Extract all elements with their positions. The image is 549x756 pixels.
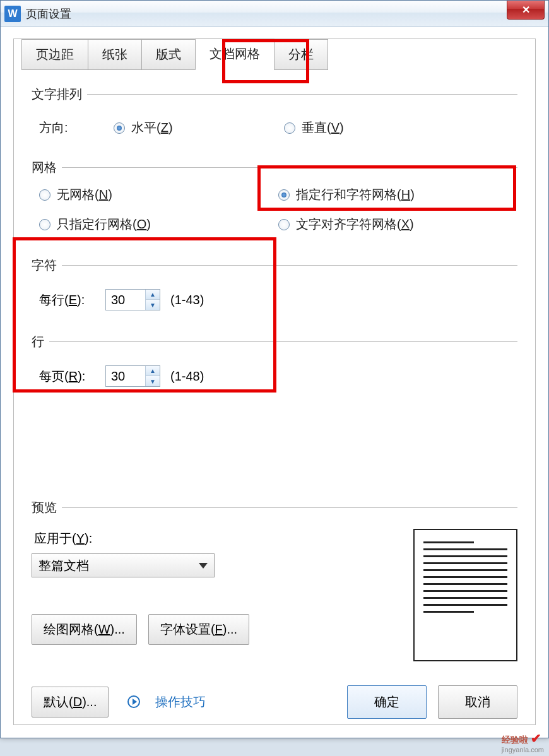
radio-label: 只指定行网格(O) <box>57 216 151 233</box>
radio-line-char-grid[interactable]: 指定行和字符网格(H) <box>278 186 517 203</box>
app-icon: W <box>4 6 21 22</box>
legend-preview: 预览 <box>32 499 62 516</box>
tab-paper[interactable]: 纸张 <box>88 39 142 70</box>
input-per-page[interactable] <box>106 366 145 386</box>
label-per-line: 每行(E): <box>39 292 105 309</box>
combo-apply-to[interactable]: 整篇文档 <box>32 553 215 577</box>
default-button[interactable]: 默认(D)... <box>32 687 109 718</box>
hint-per-page-range: (1-48) <box>170 369 204 384</box>
titlebar: W 页面设置 ✕ <box>1 1 548 27</box>
group-grid: 网格 无网格(N) 指定行和字符网格(H) 只指定行网格(O) <box>32 159 517 245</box>
window-title: 页面设置 <box>26 6 71 21</box>
spin-up-icon[interactable]: ▲ <box>146 366 160 376</box>
radio-icon <box>39 189 50 201</box>
label-apply-to: 应用于(Y): <box>34 530 413 547</box>
radio-icon <box>284 122 295 134</box>
watermark: 经验啦 ✔ jingyanla.com <box>502 731 544 753</box>
close-icon: ✕ <box>522 4 530 16</box>
dialog-content: 页边距 纸张 版式 文档网格 分栏 文字排列 方向: 水平(Z) 垂直(V) <box>13 38 536 725</box>
radio-lines-only[interactable]: 只指定行网格(O) <box>39 216 278 233</box>
close-button[interactable]: ✕ <box>507 1 545 20</box>
group-lines: 行 每页(R): ▲ ▼ (1-48) <box>32 333 517 398</box>
group-chars: 字符 每行(E): ▲ ▼ (1-43) <box>32 257 517 322</box>
radio-label: 水平(Z) <box>131 119 173 136</box>
group-preview: 预览 应用于(Y): 整篇文档 绘图网格(W)... 字体设置(F)... <box>32 499 517 661</box>
legend-lines: 行 <box>32 333 49 350</box>
radio-icon <box>39 219 50 230</box>
legend-text-direction: 文字排列 <box>32 86 87 103</box>
dialog-footer: 默认(D)... 操作技巧 确定 取消 <box>14 679 535 724</box>
spin-up-icon[interactable]: ▲ <box>146 290 160 300</box>
hint-per-line-range: (1-43) <box>170 293 204 307</box>
radio-icon <box>278 189 290 201</box>
spin-down-icon[interactable]: ▼ <box>146 376 160 386</box>
preview-thumbnail <box>413 529 517 661</box>
spin-per-line[interactable]: ▲ ▼ <box>105 289 160 310</box>
combo-value: 整篇文档 <box>38 557 89 574</box>
tab-panel-grid: 文字排列 方向: 水平(Z) 垂直(V) 网格 <box>14 68 535 724</box>
input-per-line[interactable] <box>106 290 145 310</box>
radio-label: 指定行和字符网格(H) <box>296 186 415 203</box>
tips-link[interactable]: 操作技巧 <box>155 694 206 711</box>
group-text-direction: 文字排列 方向: 水平(Z) 垂直(V) <box>32 86 517 148</box>
label-per-page: 每页(R): <box>39 368 105 385</box>
radio-label: 无网格(N) <box>57 186 112 203</box>
dialog-window: W 页面设置 ✕ 页边距 纸张 版式 文档网格 分栏 文字排列 方向: 水平(Z… <box>0 0 549 738</box>
tab-columns[interactable]: 分栏 <box>274 39 328 70</box>
cancel-button[interactable]: 取消 <box>438 685 517 719</box>
label-direction: 方向: <box>32 119 114 136</box>
radio-icon <box>278 219 290 230</box>
radio-icon <box>114 122 125 134</box>
spin-down-icon[interactable]: ▼ <box>146 300 160 310</box>
tab-grid[interactable]: 文档网格 <box>195 38 274 69</box>
radio-vertical[interactable]: 垂直(V) <box>284 119 344 136</box>
tab-margins[interactable]: 页边距 <box>21 39 88 70</box>
play-icon <box>127 695 140 708</box>
spin-per-page[interactable]: ▲ ▼ <box>105 365 160 387</box>
radio-label: 文字对齐字符网格(X) <box>296 216 414 233</box>
radio-label: 垂直(V) <box>302 119 344 136</box>
radio-horizontal[interactable]: 水平(Z) <box>114 119 259 136</box>
chevron-down-icon <box>199 563 208 569</box>
tab-layout[interactable]: 版式 <box>141 39 196 70</box>
radio-align-char[interactable]: 文字对齐字符网格(X) <box>278 216 517 233</box>
tab-strip: 页边距 纸张 版式 文档网格 分栏 <box>21 38 328 69</box>
legend-chars: 字符 <box>32 257 62 274</box>
radio-no-grid[interactable]: 无网格(N) <box>39 186 278 203</box>
ok-button[interactable]: 确定 <box>347 685 427 719</box>
font-settings-button[interactable]: 字体设置(F)... <box>148 614 249 645</box>
draw-grid-button[interactable]: 绘图网格(W)... <box>32 614 137 645</box>
legend-grid: 网格 <box>32 159 62 176</box>
